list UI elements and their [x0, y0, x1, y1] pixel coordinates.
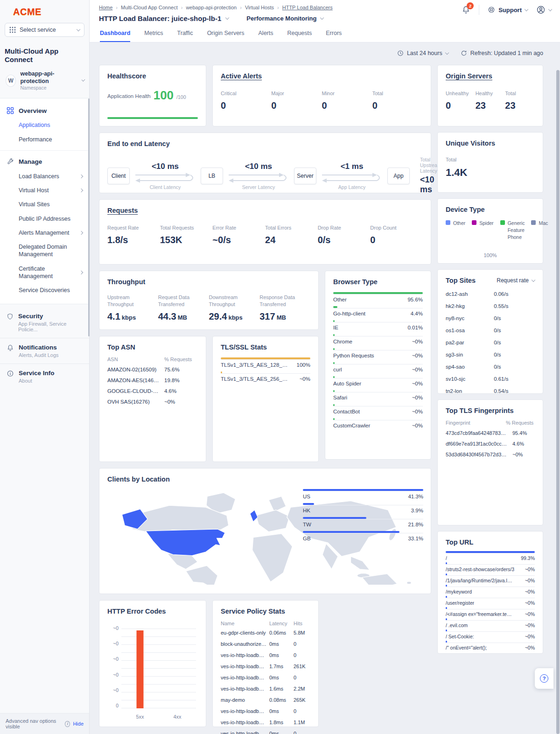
healthscore-bar	[107, 117, 198, 119]
sidebar-item[interactable]: Public IP Addresses	[0, 212, 89, 226]
sidebar-item[interactable]: Applications	[0, 118, 89, 132]
tab-label: Metrics	[144, 30, 163, 36]
tab[interactable]: Traffic	[177, 30, 193, 42]
double-arrow-icon	[227, 172, 290, 184]
help-button[interactable]: ?	[535, 668, 553, 689]
tab[interactable]: Requests	[287, 30, 312, 42]
tab-label: Dashboard	[100, 30, 130, 36]
tls-cipher-value: 100%	[297, 362, 310, 368]
tab[interactable]: Alerts	[259, 30, 273, 42]
service-policy-stats-card: Service Policy Stats Name Latency Hits e…	[212, 600, 319, 727]
breadcrumb-item[interactable]: HTTP Load Balancers	[274, 5, 333, 10]
support-menu[interactable]: Support	[488, 6, 528, 14]
refresh-label: Refresh: Updated 1 min ago	[470, 50, 543, 56]
policy-latency: 0ms	[269, 708, 294, 714]
x-axis-label: 5xx	[121, 714, 159, 720]
policy-hits: 265K	[294, 697, 310, 703]
grid-dots-icon	[9, 27, 16, 33]
breadcrumb-item[interactable]: Virtual Hosts	[237, 5, 274, 10]
chevron-down-icon[interactable]	[225, 16, 229, 20]
stat: Total 0	[372, 90, 423, 111]
sidebar-section-manage[interactable]: Manage	[0, 154, 89, 169]
notifications-bell-button[interactable]: 2	[462, 5, 470, 14]
bar-row: /mykeyword ~0%	[446, 585, 535, 596]
tab[interactable]: Dashboard	[100, 30, 130, 42]
browser-label: curl	[333, 367, 342, 372]
tls-cipher-value: ~0%	[300, 376, 310, 382]
breadcrumb-item[interactable]: Multi-Cloud App Connect	[112, 5, 177, 10]
table-row: ves-io-http-loadbalancer-ip-rep... 0ms 0	[221, 728, 310, 734]
tls-cipher-label: TLSv1_3/TLS_AES_256_GCM_SHA384	[221, 376, 291, 382]
asn-name: AMAZON-AES(14618)	[107, 377, 164, 383]
stat-value: 0	[372, 100, 423, 111]
stat-label: Healthy	[476, 90, 505, 97]
browser-bar	[333, 348, 335, 350]
view-dropdown[interactable]: Performance Monitoring	[246, 15, 323, 22]
time-range-dropdown[interactable]: Last 24 hours	[397, 50, 448, 56]
stat: Request Rate 1.8/s	[107, 224, 160, 245]
browser-value: 4.4%	[411, 311, 423, 316]
bar-row: IE 0.01%	[333, 320, 423, 333]
select-service-dropdown[interactable]: Select service	[5, 23, 84, 37]
sidebar-item[interactable]: Virtual Sites	[0, 197, 89, 211]
url-label: /" onEvent="alert();	[446, 645, 487, 650]
x-axis-label: 4xx	[159, 714, 196, 720]
site-value: 0/s	[494, 328, 501, 333]
country-value: 21.8%	[408, 522, 423, 527]
shield-icon	[7, 313, 14, 321]
namespace-selector[interactable]: W webapp-api-protection Namespace	[0, 70, 89, 98]
legend-item: Spider	[472, 220, 493, 241]
sidebar-item[interactable]: Service Discoveries	[0, 283, 89, 297]
column-header: ASN	[107, 357, 164, 362]
column-header: Hits	[294, 621, 310, 626]
tab[interactable]: Metrics	[144, 30, 163, 42]
info-icon	[7, 370, 14, 377]
page-scrollbar[interactable]	[556, 70, 560, 734]
stat-label: Total	[446, 156, 535, 163]
dashboard-content: Last 24 hours Refresh: Updated 1 min ago…	[90, 42, 560, 734]
legend-item: Generic Feature Phone	[500, 220, 525, 241]
policy-name: ves-io-http-loadbalancer-ip-rep...	[221, 675, 269, 680]
stat-label: Request Rate	[107, 224, 160, 231]
hide-nav-button[interactable]: Hide	[73, 721, 84, 727]
sidebar-item[interactable]: Load Balancers	[0, 169, 89, 183]
column-header: % Requests	[164, 357, 198, 362]
sidebar-item[interactable]: Performance	[0, 133, 89, 147]
sidebar-item-sub: App Firewall, Service Policie...	[18, 321, 83, 332]
sidebar-item-service-info[interactable]: Service Info About	[0, 364, 89, 389]
sidebar-item-security[interactable]: Security App Firewall, Service Policie..…	[0, 307, 89, 338]
breadcrumb-label: Home	[99, 5, 112, 10]
healthscore-card: Healthscore Application Health 100 /100	[99, 65, 206, 126]
breadcrumb-item[interactable]: Home	[99, 5, 112, 10]
sidebar-item[interactable]: Virtual Host	[0, 183, 89, 197]
sidebar-item-notifications[interactable]: Notifications Alerts, Audit Logs	[0, 338, 89, 364]
sidebar-item-label: Virtual Sites	[19, 201, 49, 208]
top-sites-metric-dropdown[interactable]: Request rate	[497, 277, 535, 284]
stat-value: 153K	[160, 235, 213, 245]
site-value: 0/s	[494, 352, 501, 357]
card-title-link[interactable]: Origin Servers	[446, 72, 535, 80]
refresh-button[interactable]: Refresh: Updated 1 min ago	[461, 50, 543, 56]
sidebar-item[interactable]: Certificate Management	[0, 262, 89, 284]
site-name: dc12-ash	[446, 291, 494, 297]
breadcrumb-item[interactable]: webapp-api-protection	[178, 5, 237, 10]
stat: Total Errors 24	[265, 224, 318, 245]
tab[interactable]: Errors	[326, 30, 342, 42]
tab[interactable]: Origin Servers	[207, 30, 245, 42]
sidebar-item[interactable]: Delegated Domain Management	[0, 240, 89, 262]
url-value: ~0%	[525, 611, 535, 617]
policy-hits: 0	[294, 675, 310, 680]
latency-card: End to end Latency Client <10 ms	[99, 133, 431, 193]
card-title-link[interactable]: Requests	[107, 207, 423, 214]
account-menu[interactable]	[536, 5, 552, 14]
sidebar-section-overview[interactable]: Overview	[0, 103, 89, 118]
browser-value: 95.6%	[407, 297, 423, 302]
stat-unit: kbps	[122, 314, 136, 321]
legend-label: Other	[453, 220, 465, 227]
table-row: ves-io-http-loadbalancer-ip-rep... 0ms 0	[221, 672, 310, 683]
bar-row: / .evil.com ~0%	[446, 619, 535, 630]
sidebar-item[interactable]: Alerts Management	[0, 226, 89, 240]
card-title-link[interactable]: Active Alerts	[221, 72, 423, 80]
sidebar-item-label: Service Info	[19, 370, 55, 377]
sidebar-item-label: Public IP Addresses	[19, 215, 70, 223]
